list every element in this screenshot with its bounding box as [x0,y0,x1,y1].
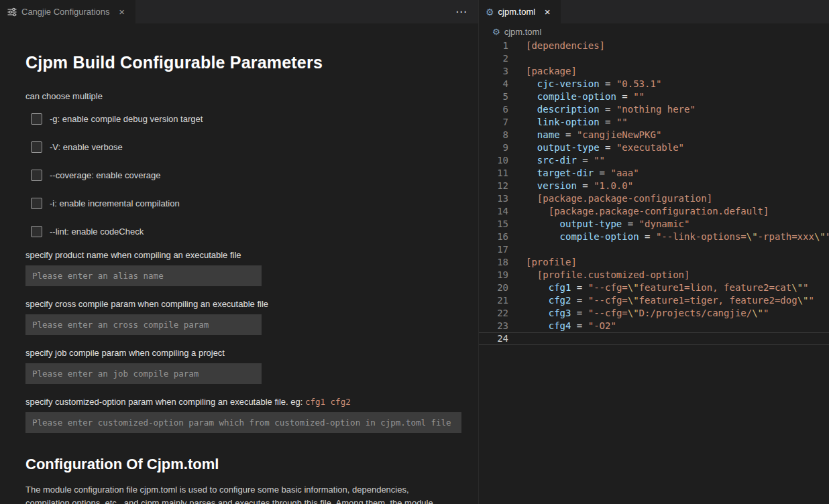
code-line[interactable]: 13 [package.package-configuration] [479,192,829,205]
code-line[interactable]: 7 link-option = "" [479,116,829,129]
line-number: 10 [479,154,508,167]
code-line[interactable]: 5 compile-option = "" [479,90,829,103]
line-number: 3 [479,65,508,78]
code-line[interactable]: 10 src-dir = "" [479,154,829,167]
checkbox-label: -V: enable verbose [50,142,123,152]
customized-option-param-input[interactable] [25,412,461,433]
workbench: Cangjie Configurations × ⋯ Cjpm Build Co… [0,0,829,504]
line-number: 18 [479,256,508,269]
line-content: output-type = "dynamic" [508,218,689,231]
line-number: 7 [479,116,508,129]
checkbox-label: -i: enable incremental compilation [50,198,180,208]
right-tabbar: ⚙ cjpm.toml × [479,0,829,23]
checkbox-label: --coverage: enable coverage [50,170,161,180]
section-title-configuration: Configuration Of Cjpm.toml [25,456,462,473]
code-line[interactable]: 17 [479,243,829,256]
page-title: Cjpm Build Configurable Parameters [25,53,462,72]
cangjie-configurations-webview: Cjpm Build Configurable Parameters can c… [0,23,478,504]
code-line[interactable]: 6 description = "nothing here" [479,103,829,116]
checkbox-row-verbose-v[interactable]: -V: enable verbose [31,141,462,153]
choose-multiple-hint: can choose multiple [25,91,462,101]
line-content: cfg2 = "--cfg=\"feature1=tiger, feature2… [508,294,814,307]
configurations-icon [7,7,17,17]
checkbox-row-debug-g[interactable]: -g: enable compile debug version target [31,113,462,125]
tab-cangjie-configurations[interactable]: Cangjie Configurations × [0,0,135,23]
code-line[interactable]: 16 compile-option = "--link-options=\"-r… [479,231,829,243]
code-line[interactable]: 19 [profile.customized-option] [479,269,829,281]
field-product-name: specify product name when compiling an e… [25,250,462,286]
line-content: [profile.customized-option] [508,269,689,281]
checkbox-verbose-v[interactable] [31,141,42,153]
product-name-input[interactable] [25,265,262,286]
code-line[interactable]: 22 cfg3 = "--cfg=\"D:/projects/cangjie/\… [479,307,829,320]
job-compile-param-label: specify job compile param when compiling… [25,348,462,358]
line-number: 5 [479,90,508,103]
checkbox-label: --lint: enable codeCheck [50,227,144,237]
line-number: 13 [479,192,508,205]
field-job-compile-param: specify job compile param when compiling… [25,348,462,384]
line-content: cfg3 = "--cfg=\"D:/projects/cangjie/\"" [508,307,769,320]
line-number: 24 [479,333,508,344]
code-line[interactable]: 8 name = "cangjieNewPKG" [479,129,829,141]
job-compile-param-input[interactable] [25,363,262,384]
close-icon[interactable]: × [541,5,554,19]
line-number: 15 [479,218,508,231]
code-line[interactable]: 4 cjc-version = "0.53.1" [479,78,829,90]
field-customized-option-param: specify customized-option param when com… [25,397,462,433]
line-number: 22 [479,307,508,320]
line-number: 20 [479,281,508,294]
gear-file-icon: ⚙ [486,7,494,17]
code-line[interactable]: 1[dependencies] [479,40,829,52]
checkbox-row-incremental-i[interactable]: -i: enable incremental compilation [31,198,462,209]
code-line[interactable]: 23 cfg4 = "-O2" [479,320,829,332]
code-line[interactable]: 9 output-type = "executable" [479,141,829,154]
line-content: link-option = "" [508,116,628,129]
close-icon[interactable]: × [115,5,129,19]
line-number: 1 [479,40,508,52]
code-line[interactable]: 3[package] [479,65,829,78]
checkbox-incremental-i[interactable] [31,198,42,209]
code-line[interactable]: 18[profile] [479,256,829,269]
line-number: 23 [479,320,508,332]
line-content: src-dir = "" [508,154,605,167]
gear-file-icon: ⚙ [492,27,500,36]
line-number: 6 [479,103,508,116]
line-content: cfg1 = "--cfg=\"feature1=lion, feature2=… [508,281,808,294]
code-line[interactable]: 14 [package.package-configuration.defaul… [479,205,829,218]
line-content: cjc-version = "0.53.1" [508,78,661,90]
breadcrumb-item-cjpm-toml[interactable]: cjpm.toml [504,27,542,37]
code-line[interactable]: 11 target-dir = "aaa" [479,167,829,180]
checkbox-lint[interactable] [31,226,42,237]
line-content: cfg4 = "-O2" [508,320,616,332]
left-tabbar: Cangjie Configurations × ⋯ [0,0,478,23]
line-number: 4 [479,78,508,90]
field-list: specify product name when compiling an e… [25,250,462,433]
field-cross-compile-param: specify cross compile param when compili… [25,299,462,335]
code-line[interactable]: 24 [479,332,829,345]
checkbox-row-lint[interactable]: --lint: enable codeCheck [31,226,462,237]
checkbox-coverage[interactable] [31,170,42,181]
code-line[interactable]: 21 cfg2 = "--cfg=\"feature1=tiger, featu… [479,294,829,307]
checkbox-debug-g[interactable] [31,113,42,125]
code-line[interactable]: 12 version = "1.0.0" [479,180,829,192]
line-content: [profile] [508,256,577,269]
editor-actions-more-icon[interactable]: ⋯ [455,0,467,23]
line-number: 12 [479,180,508,192]
left-editor-group: Cangjie Configurations × ⋯ Cjpm Build Co… [0,0,478,504]
checkbox-row-coverage[interactable]: --coverage: enable coverage [31,170,462,181]
tab-cjpm-toml[interactable]: ⚙ cjpm.toml × [479,0,561,23]
customized-option-param-label: specify customized-option param when com… [25,397,462,407]
code-line[interactable]: 15 output-type = "dynamic" [479,218,829,231]
checkbox-label: -g: enable compile debug version target [50,114,203,124]
inline-code: cfg1 cfg2 [305,397,351,407]
line-content [508,52,526,65]
product-name-label: specify product name when compiling an e… [25,250,462,260]
code-line[interactable]: 2 [479,52,829,65]
code-line[interactable]: 20 cfg1 = "--cfg=\"feature1=lion, featur… [479,281,829,294]
line-content: description = "nothing here" [508,103,696,116]
line-content: [dependencies] [508,40,605,52]
line-content: compile-option = "--link-options=\"-rpat… [508,231,829,243]
editor[interactable]: 1[dependencies]23[package]4 cjc-version … [479,40,829,504]
cross-compile-param-input[interactable] [25,314,262,335]
line-number: 14 [479,205,508,218]
